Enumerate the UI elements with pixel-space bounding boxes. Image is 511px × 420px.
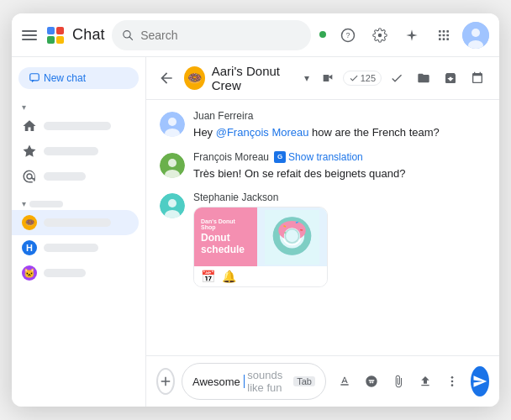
h-label <box>44 244 98 252</box>
folder-button[interactable] <box>412 66 435 90</box>
archive-icon <box>444 71 457 85</box>
svg-point-18 <box>471 29 480 37</box>
chevron-down-icon: ▾ <box>304 72 309 84</box>
message-3-sender: Stephanie Jackson <box>193 192 486 203</box>
sidebar-item-mentions[interactable] <box>12 164 139 189</box>
format-button[interactable] <box>333 370 356 393</box>
donut-crew-label <box>44 218 111 227</box>
gear-icon <box>372 28 387 43</box>
svg-rect-20 <box>30 74 40 81</box>
sidebar-section-2: ▾ <box>12 196 145 210</box>
sidebar-item-h[interactable]: H <box>12 235 139 260</box>
donut-card-left: Dan's Donut Shop Donut schedule <box>194 207 257 266</box>
search-bar[interactable] <box>112 20 311 50</box>
sidebar-item-home[interactable] <box>12 113 139 139</box>
svg-rect-0 <box>47 27 55 34</box>
folder-icon <box>417 71 430 85</box>
more-icon <box>445 375 459 388</box>
back-button[interactable] <box>156 66 177 90</box>
donut-crew-avatar: 🍩 <box>22 215 37 230</box>
chat-title-text: Aari's Donut Crew <box>212 64 301 92</box>
main-layout: New chat ▾ <box>12 57 499 407</box>
emoji-icon <box>365 375 378 388</box>
sidebar-nav-section: ▾ <box>12 96 145 192</box>
show-translation-button[interactable]: G Show translation <box>274 151 363 163</box>
input-bar: Awesome sounds like fun Tab <box>146 355 499 407</box>
svg-line-5 <box>129 36 133 39</box>
more-button[interactable] <box>440 370 464 393</box>
check-icon <box>390 71 403 85</box>
new-chat-icon <box>29 72 40 84</box>
topbar-left: Chat <box>22 25 105 45</box>
chat-area: 🍩 Aari's Donut Crew ▾ 125 <box>146 57 499 407</box>
settings-button[interactable] <box>366 22 393 49</box>
cat-label <box>44 269 86 277</box>
add-button[interactable] <box>156 368 175 395</box>
svg-rect-15 <box>443 38 445 40</box>
juan-avatar <box>160 110 185 141</box>
h-avatar: H <box>22 240 37 255</box>
sidebar-item-starred[interactable] <box>12 139 139 164</box>
message-2-text: Très bien! On se refait des beignets qua… <box>193 165 486 182</box>
donut-schedule-card[interactable]: Dan's Donut Shop Donut schedule <box>193 207 328 287</box>
sidebar-item-cat[interactable]: 🐱 <box>12 260 139 286</box>
svg-rect-11 <box>439 34 441 36</box>
attach-button[interactable] <box>387 370 410 393</box>
message-group-1: Juan Ferreira Hey @François Moreau how a… <box>160 110 486 141</box>
svg-point-22 <box>168 118 176 126</box>
emoji-button[interactable] <box>360 370 383 393</box>
send-icon <box>472 374 487 389</box>
svg-rect-1 <box>56 27 64 34</box>
translate-icon: G <box>274 151 286 163</box>
message-1-content: Juan Ferreira Hey @François Moreau how a… <box>193 110 486 141</box>
sidebar-item-donut-crew[interactable]: 🍩 <box>12 210 139 235</box>
section-arrow: ▾ <box>22 102 26 112</box>
help-button[interactable]: ? <box>335 22 361 49</box>
send-button[interactable] <box>471 366 489 396</box>
section-label-bar <box>29 201 63 207</box>
svg-point-42 <box>286 229 298 242</box>
check-button[interactable] <box>385 66 408 90</box>
gemini-button[interactable] <box>398 22 425 49</box>
mention-francois[interactable]: @François Moreau <box>216 126 309 139</box>
card-audio-icon[interactable]: 🔔 <box>222 270 236 283</box>
chat-header: 🍩 Aari's Donut Crew ▾ 125 <box>146 57 499 100</box>
user-avatar[interactable] <box>462 22 489 49</box>
input-actions <box>333 370 464 393</box>
calendar-button[interactable] <box>466 66 489 90</box>
message-2-sender: François Moreau G Show translation <box>193 151 486 163</box>
new-chat-button[interactable]: New chat <box>18 67 139 89</box>
help-icon: ? <box>340 28 356 43</box>
star-icon <box>22 144 37 159</box>
donut-card-footer: 📅 🔔 <box>194 266 327 286</box>
app-window: Chat ? <box>12 13 499 407</box>
plus-icon <box>158 374 173 389</box>
stephanie-avatar <box>160 192 185 287</box>
sender-name-1: Juan Ferreira <box>193 110 253 122</box>
message-2-content: François Moreau G Show translation Très … <box>193 151 486 182</box>
message-group-2: François Moreau G Show translation Très … <box>160 151 486 182</box>
tasks-badge[interactable]: 125 <box>343 71 382 86</box>
svg-rect-9 <box>443 30 445 33</box>
grid-icon <box>437 29 450 42</box>
message-1-text: Hey @François Moreau how are the French … <box>193 124 486 141</box>
search-input[interactable] <box>140 29 301 42</box>
chat-title[interactable]: Aari's Donut Crew ▾ <box>212 64 309 92</box>
svg-rect-2 <box>47 36 55 44</box>
apps-button[interactable] <box>430 22 457 49</box>
sidebar-item-mentions-label <box>44 172 86 181</box>
tasks-icon <box>349 73 359 83</box>
svg-rect-3 <box>56 36 64 44</box>
video-icon <box>321 71 335 85</box>
upload-button[interactable] <box>414 370 437 393</box>
video-button[interactable] <box>316 66 340 90</box>
search-icon <box>122 29 134 42</box>
message-input[interactable]: Awesome sounds like fun Tab <box>182 363 326 400</box>
card-expand-icon[interactable]: 📅 <box>201 270 215 283</box>
chat-header-actions: 125 <box>316 66 489 90</box>
archive-button[interactable] <box>439 66 462 90</box>
calendar-icon <box>471 71 484 85</box>
menu-icon[interactable] <box>22 27 39 44</box>
francois-avatar <box>160 151 185 182</box>
message-1-sender: Juan Ferreira <box>193 110 486 122</box>
